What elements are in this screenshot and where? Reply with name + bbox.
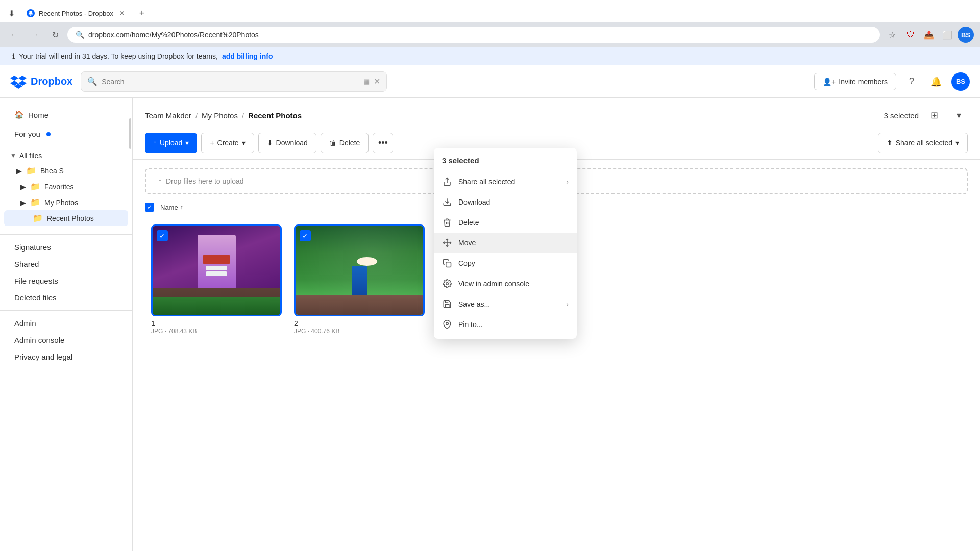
address-input[interactable]: 🔍 dropbox.com/home/My%20Photos/Recent%20… bbox=[67, 27, 880, 43]
photo-checkbox[interactable]: ✓ bbox=[157, 230, 168, 241]
menu-item-copy[interactable]: Copy bbox=[434, 253, 577, 273]
menu-item-share[interactable]: Share all selected › bbox=[434, 171, 577, 192]
menu-item-label: Share all selected bbox=[458, 178, 560, 186]
menu-item-download[interactable]: Download bbox=[434, 192, 577, 212]
trash-icon bbox=[442, 217, 452, 228]
photo-checkbox[interactable]: ✓ bbox=[300, 230, 311, 241]
name-column-header[interactable]: Name ↑ bbox=[160, 204, 183, 211]
share-chevron-icon: ▾ bbox=[955, 139, 959, 147]
delete-button[interactable]: 🗑 Delete bbox=[321, 133, 369, 153]
chevron-right-icon: ▶ bbox=[20, 198, 26, 207]
active-tab[interactable]: Recent Photos - Dropbox ✕ bbox=[20, 4, 133, 22]
download-icon: ⬇ bbox=[267, 139, 273, 147]
breadcrumb: Team Makder / My Photos / Recent Photos … bbox=[145, 106, 968, 124]
menu-item-delete[interactable]: Delete bbox=[434, 212, 577, 233]
extension-split-button[interactable]: ⬜ bbox=[939, 27, 955, 43]
sidebar-item-file-requests[interactable]: File requests bbox=[4, 272, 128, 289]
profile-button[interactable]: BS bbox=[958, 27, 974, 43]
sidebar-folder-recent-photos[interactable]: 📁 Recent Photos bbox=[4, 210, 128, 226]
forward-button[interactable]: → bbox=[27, 27, 43, 43]
menu-item-label: View in admin console bbox=[458, 280, 569, 288]
menu-item-move[interactable]: Move bbox=[434, 233, 577, 253]
folder-label: My Photos bbox=[44, 198, 78, 207]
sidebar-item-label: Home bbox=[28, 111, 48, 119]
tab-close-button[interactable]: ✕ bbox=[117, 9, 127, 18]
sidebar-folder-bhea-s[interactable]: ▶ 📁 Bhea S bbox=[0, 163, 132, 179]
sidebar-item-shared[interactable]: Shared bbox=[4, 256, 128, 272]
sidebar-item-home[interactable]: 🏠 Home bbox=[4, 106, 128, 123]
sidebar-item-deleted-files[interactable]: Deleted files bbox=[4, 289, 128, 306]
invite-icon: 👤+ bbox=[823, 78, 836, 86]
clear-icon[interactable]: ✕ bbox=[374, 77, 380, 86]
sidebar-folder-favorites[interactable]: ▶ 📁 Favorites bbox=[0, 179, 132, 194]
sidebar-scrollbar[interactable] bbox=[129, 98, 131, 551]
tab-favicon bbox=[27, 9, 35, 17]
menu-item-save-as[interactable]: Save as... › bbox=[434, 294, 577, 314]
photo-name: 1 bbox=[151, 319, 282, 328]
view-toggle-grid[interactable]: ⊞ bbox=[925, 106, 943, 124]
more-actions-button[interactable]: ••• bbox=[373, 133, 393, 153]
menu-item-pin-to[interactable]: Pin to... bbox=[434, 314, 577, 335]
sidebar-item-label: For you bbox=[14, 130, 40, 138]
search-input[interactable] bbox=[102, 78, 359, 86]
notifications-button[interactable]: 🔔 bbox=[927, 72, 945, 91]
avatar[interactable]: BS bbox=[951, 72, 970, 91]
view-toggle-list[interactable]: ▾ bbox=[949, 106, 968, 124]
trash-icon: 🗑 bbox=[329, 139, 336, 147]
sidebar-scrollbar-thumb bbox=[129, 118, 131, 149]
search-bar[interactable]: 🔍 ▦ ✕ bbox=[81, 71, 387, 92]
extension-ublock-button[interactable]: 🛡 bbox=[902, 27, 919, 43]
tab-group-button[interactable]: ⬇ bbox=[4, 6, 18, 20]
for-you-dot bbox=[46, 132, 51, 136]
upload-chevron: ▾ bbox=[185, 139, 189, 147]
sidebar-folder-my-photos[interactable]: ▶ 📁 My Photos bbox=[0, 194, 132, 210]
sidebar-item-label: File requests bbox=[14, 277, 58, 285]
search-icon: 🔍 bbox=[76, 31, 84, 39]
sidebar: 🏠 Home For you ▼ All files ▶ 📁 Bhea S ▶ … bbox=[0, 98, 133, 551]
upload-button[interactable]: ↑ Upload ▾ bbox=[145, 133, 197, 153]
sidebar-item-admin-console[interactable]: Admin console bbox=[4, 332, 128, 348]
menu-item-admin-console[interactable]: View in admin console bbox=[434, 273, 577, 294]
all-files-header[interactable]: ▼ All files bbox=[0, 148, 132, 163]
photo-image bbox=[296, 226, 423, 315]
extension-downloader-button[interactable]: 📥 bbox=[921, 27, 937, 43]
sidebar-item-signatures[interactable]: Signatures bbox=[4, 239, 128, 256]
name-label: Name bbox=[160, 204, 178, 211]
download-label: Download bbox=[276, 139, 308, 147]
bookmark-button[interactable]: ☆ bbox=[884, 27, 900, 43]
sidebar-item-privacy[interactable]: Privacy and legal bbox=[4, 348, 128, 365]
chevron-right-icon: ▶ bbox=[20, 183, 26, 191]
select-all-checkbox[interactable]: ✓ bbox=[145, 203, 154, 212]
photo-thumbnail[interactable]: ✓ bbox=[151, 224, 282, 316]
download-icon bbox=[442, 197, 452, 207]
new-tab-button[interactable]: + bbox=[135, 6, 149, 20]
folder-icon: 📁 bbox=[26, 166, 36, 176]
menu-item-label: Download bbox=[458, 198, 569, 206]
billing-link[interactable]: add billing info bbox=[222, 52, 273, 60]
photo-meta: JPG · 400.76 KB bbox=[294, 328, 425, 335]
back-button[interactable]: ← bbox=[6, 27, 22, 43]
invite-members-button[interactable]: 👤+ Invite members bbox=[814, 73, 896, 90]
help-button[interactable]: ? bbox=[902, 72, 921, 91]
sidebar-item-admin[interactable]: Admin bbox=[4, 315, 128, 332]
svg-point-3 bbox=[446, 283, 449, 285]
photo-info: 2 JPG · 400.76 KB bbox=[294, 319, 425, 335]
photo-meta: JPG · 708.43 KB bbox=[151, 328, 282, 335]
share-all-button[interactable]: ⬆ Share all selected ▾ bbox=[878, 133, 968, 153]
photo-thumbnail[interactable]: ✓ bbox=[294, 224, 425, 316]
menu-item-label: Copy bbox=[458, 259, 569, 267]
download-button[interactable]: ⬇ Download bbox=[258, 133, 316, 153]
drop-zone-text: Drop files here to upload bbox=[166, 177, 244, 185]
list-item: ✓ bbox=[145, 220, 288, 339]
sidebar-item-label: Admin bbox=[14, 319, 36, 328]
trial-banner: ℹ Your trial will end in 31 days. To kee… bbox=[0, 47, 980, 65]
sidebar-item-for-you[interactable]: For you bbox=[4, 126, 128, 142]
breadcrumb-team[interactable]: Team Makder bbox=[145, 111, 191, 120]
pin-icon bbox=[442, 319, 452, 330]
photo-info: 1 JPG · 708.43 KB bbox=[151, 319, 282, 335]
breadcrumb-my-photos[interactable]: My Photos bbox=[202, 111, 238, 120]
reload-button[interactable]: ↻ bbox=[47, 27, 63, 43]
create-button[interactable]: + Create ▾ bbox=[201, 133, 254, 153]
selected-count: 3 selected bbox=[884, 111, 919, 120]
breadcrumb-separator: / bbox=[195, 111, 198, 120]
